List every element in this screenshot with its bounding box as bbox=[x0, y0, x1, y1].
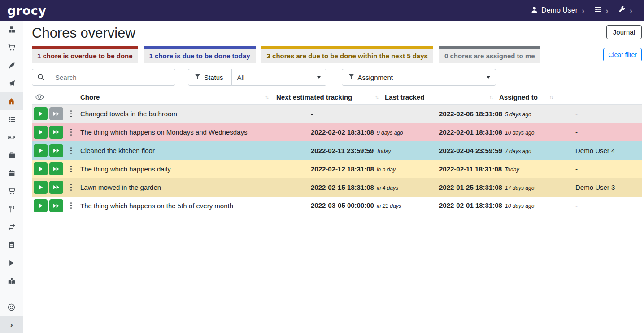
settings-menu[interactable]: › bbox=[594, 6, 608, 15]
utensils-icon bbox=[8, 206, 15, 213]
track-chore-button[interactable] bbox=[34, 199, 48, 212]
next-tracking-relative: Today bbox=[376, 148, 391, 154]
user-icon bbox=[531, 6, 538, 15]
assigned-to: - bbox=[575, 202, 642, 210]
assigned-to: - bbox=[575, 165, 642, 173]
status-filter-row: 1 chore is overdue to be done 1 chore is… bbox=[32, 46, 642, 63]
sidebar-item-inventory[interactable] bbox=[0, 236, 23, 254]
row-menu-button[interactable] bbox=[67, 127, 75, 138]
chevron-right-icon: › bbox=[10, 319, 13, 330]
track-chore-button[interactable] bbox=[34, 181, 48, 194]
skip-chore-button[interactable] bbox=[49, 144, 63, 157]
sidebar-item-battery-tracking[interactable] bbox=[0, 272, 23, 290]
user-menu[interactable]: Demo User › bbox=[531, 6, 584, 15]
column-header-next-tracking[interactable]: Next estimated tracking bbox=[276, 90, 352, 104]
sidebar-item-calendar[interactable] bbox=[0, 164, 23, 182]
search-icon bbox=[32, 69, 49, 85]
last-tracked-time: 2022-02-01 18:31:08 bbox=[439, 202, 502, 209]
assignment-select[interactable] bbox=[401, 69, 496, 86]
row-menu-button[interactable] bbox=[67, 182, 75, 193]
sidebar-item-shopping-list[interactable] bbox=[0, 39, 23, 57]
admin-menu[interactable]: › bbox=[618, 6, 632, 15]
table-body: Changed towels in the bathroom - 2022-02… bbox=[32, 105, 642, 215]
sidebar-item-chore-tracking[interactable] bbox=[0, 254, 23, 272]
sidebar-item-batteries[interactable] bbox=[0, 128, 23, 146]
cart-icon bbox=[8, 188, 15, 195]
search-input[interactable] bbox=[49, 69, 175, 85]
user-menu-label: Demo User bbox=[541, 6, 578, 14]
sort-icon[interactable]: ↑↓ bbox=[489, 94, 492, 100]
row-menu-button[interactable] bbox=[67, 163, 75, 175]
filter-assigned-to-me-button[interactable]: 0 chores are assigned to me bbox=[439, 46, 540, 63]
wrench-icon bbox=[618, 6, 626, 15]
sidebar-item-chores-overview[interactable] bbox=[0, 92, 23, 110]
search-group bbox=[32, 69, 175, 86]
home-icon bbox=[8, 98, 15, 105]
book-reader-icon bbox=[8, 277, 15, 285]
shopping-cart-icon bbox=[8, 44, 15, 51]
column-header-last-tracked[interactable]: Last tracked bbox=[385, 90, 424, 104]
column-header-chore[interactable]: Chore bbox=[80, 90, 100, 104]
chore-name: Changed towels in the bathroom bbox=[77, 110, 311, 118]
table-row: The thing which happens on Mondays and W… bbox=[32, 123, 642, 141]
skip-chore-button[interactable] bbox=[49, 181, 63, 194]
sidebar-item-stock[interactable] bbox=[0, 21, 23, 39]
sort-icon[interactable]: ↑↓ bbox=[549, 94, 553, 100]
sidebar-item-journal[interactable] bbox=[0, 57, 23, 74]
row-menu-button[interactable] bbox=[67, 200, 75, 211]
table-row: Lawn mowed in the garden 2022-02-15 18:3… bbox=[32, 178, 642, 197]
track-chore-button[interactable] bbox=[34, 144, 48, 157]
track-chore-button[interactable] bbox=[34, 126, 48, 139]
last-tracked-time: 2022-01-25 18:31:08 bbox=[439, 184, 502, 191]
skip-chore-button[interactable] bbox=[49, 107, 63, 120]
chore-name: The thing which happens on Mondays and W… bbox=[77, 128, 311, 136]
skip-chore-button[interactable] bbox=[49, 126, 63, 139]
assigned-to: Demo User 3 bbox=[575, 184, 642, 191]
chevron-right-icon: › bbox=[582, 6, 584, 15]
clipboard-list-icon bbox=[8, 241, 15, 249]
next-tracking-time: 2022-03-05 00:00:00 bbox=[311, 202, 374, 209]
skip-chore-button[interactable] bbox=[49, 199, 63, 212]
battery-icon bbox=[8, 134, 15, 141]
status-select[interactable]: All bbox=[231, 69, 326, 86]
chore-name: The thing which happens on the 5th of ev… bbox=[77, 202, 311, 210]
sidebar-item-transfer[interactable] bbox=[0, 218, 23, 236]
sort-icon[interactable]: ↑↓ bbox=[265, 94, 268, 100]
play-icon bbox=[8, 259, 15, 267]
last-tracked-relative: Today bbox=[505, 166, 519, 173]
eye-icon[interactable] bbox=[35, 90, 44, 104]
sidebar-item-user-settings[interactable] bbox=[0, 298, 23, 316]
column-header-assigned-to[interactable]: Assigned to bbox=[499, 90, 538, 104]
filter-due-soon-button[interactable]: 3 chores are due to be done within the n… bbox=[261, 46, 433, 63]
filter-due-today-button[interactable]: 1 chore is due to be done today bbox=[144, 46, 256, 63]
table-row: The thing which happens daily 2022-02-12… bbox=[32, 160, 642, 178]
assigned-to: - bbox=[575, 110, 642, 118]
row-menu-button[interactable] bbox=[67, 108, 75, 119]
assigned-to: Demo User 4 bbox=[575, 147, 642, 154]
next-tracking-relative: in 4 days bbox=[377, 185, 398, 191]
top-navbar: grocy Demo User › › › bbox=[0, 0, 644, 21]
sort-icon[interactable]: ↑↓ bbox=[375, 94, 378, 100]
sidebar-item-equipment[interactable] bbox=[0, 146, 23, 164]
chore-name: Cleaned the kitchen floor bbox=[77, 147, 311, 154]
last-tracked-relative: 7 days ago bbox=[505, 148, 531, 154]
journal-button[interactable]: Journal bbox=[606, 25, 642, 39]
row-menu-button[interactable] bbox=[67, 145, 75, 156]
last-tracked-relative: 10 days ago bbox=[505, 203, 534, 209]
boxes-icon bbox=[8, 26, 15, 33]
sidebar-item-recipes[interactable] bbox=[0, 200, 23, 218]
sidebar-item-consume[interactable] bbox=[0, 74, 23, 92]
calendar-icon bbox=[8, 170, 15, 177]
track-chore-button[interactable] bbox=[34, 107, 48, 120]
skip-chore-button[interactable] bbox=[49, 162, 63, 175]
grocy-logo[interactable]: grocy bbox=[7, 4, 46, 18]
status-filter-label: Status bbox=[188, 69, 232, 86]
next-tracking-relative: 9 days ago bbox=[377, 130, 403, 136]
track-chore-button[interactable] bbox=[34, 162, 48, 175]
clear-filter-button[interactable]: Clear filter bbox=[603, 48, 642, 61]
sidebar-item-purchase[interactable] bbox=[0, 182, 23, 200]
filter-overdue-button[interactable]: 1 chore is overdue to be done bbox=[32, 46, 138, 63]
next-tracking-time: 2022-02-12 18:31:08 bbox=[311, 165, 374, 173]
sidebar-item-tasks[interactable] bbox=[0, 110, 23, 128]
sidebar-collapse-toggle[interactable]: › bbox=[0, 316, 23, 333]
